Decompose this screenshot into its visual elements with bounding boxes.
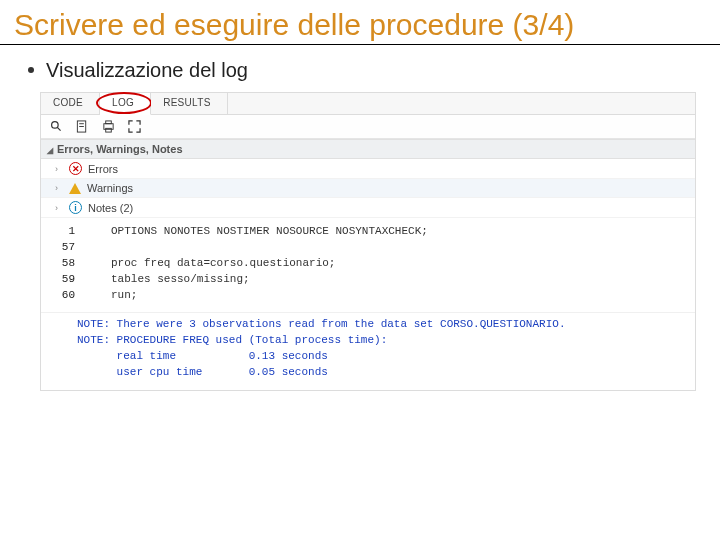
tab-bar: CODE LOG RESULTS [41, 93, 695, 115]
bullet-text: Visualizzazione del log [46, 59, 248, 81]
errors-label: Errors [88, 163, 118, 175]
bullet-dot [28, 67, 34, 73]
chevron-right-icon: › [55, 164, 63, 174]
search-icon[interactable] [49, 120, 63, 134]
slide-title: Scrivere ed eseguire delle procedure (3/… [0, 0, 720, 45]
warnings-label: Warnings [87, 182, 133, 194]
slide-bullet: Visualizzazione del log [0, 53, 720, 92]
svg-line-1 [57, 127, 60, 130]
chevron-right-icon: › [55, 203, 63, 213]
error-icon: ✕ [69, 162, 82, 175]
note-icon: i [69, 201, 82, 214]
errors-row[interactable]: › ✕ Errors [41, 159, 695, 179]
svg-point-0 [51, 122, 58, 129]
log-notes-block: NOTE: There were 3 observations read fro… [41, 312, 695, 391]
line-number: 59 [41, 272, 111, 288]
code-line: proc freq data=corso.questionario; [111, 257, 335, 269]
document-icon[interactable] [75, 120, 89, 134]
tab-log[interactable]: LOG [100, 93, 151, 115]
line-number: 57 [41, 240, 111, 256]
log-toolbar [41, 115, 695, 139]
chevron-right-icon: › [55, 183, 63, 193]
tab-log-label: LOG [112, 97, 134, 108]
ewn-header-label: Errors, Warnings, Notes [57, 143, 183, 155]
code-line: tables sesso/missing; [111, 273, 250, 285]
log-panel: CODE LOG RESULTS ◢Errors, Warnings, Note… [40, 92, 696, 391]
ewn-header[interactable]: ◢Errors, Warnings, Notes [41, 139, 695, 159]
collapse-triangle-icon: ◢ [47, 146, 53, 155]
tab-code[interactable]: CODE [41, 93, 100, 114]
log-code-block: 1OPTIONS NONOTES NOSTIMER NOSOURCE NOSYN… [41, 218, 695, 312]
line-number: 1 [41, 224, 111, 240]
code-line: OPTIONS NONOTES NOSTIMER NOSOURCE NOSYNT… [111, 225, 428, 237]
print-icon[interactable] [101, 120, 115, 134]
line-number: 58 [41, 256, 111, 272]
line-number: 60 [41, 288, 111, 304]
expand-icon[interactable] [127, 120, 141, 134]
code-line: run; [111, 289, 137, 301]
tab-results[interactable]: RESULTS [151, 93, 227, 114]
notes-label: Notes (2) [88, 202, 133, 214]
warning-icon [69, 183, 81, 194]
notes-row[interactable]: › i Notes (2) [41, 198, 695, 218]
warnings-row[interactable]: › Warnings [41, 179, 695, 198]
svg-rect-6 [105, 121, 111, 124]
